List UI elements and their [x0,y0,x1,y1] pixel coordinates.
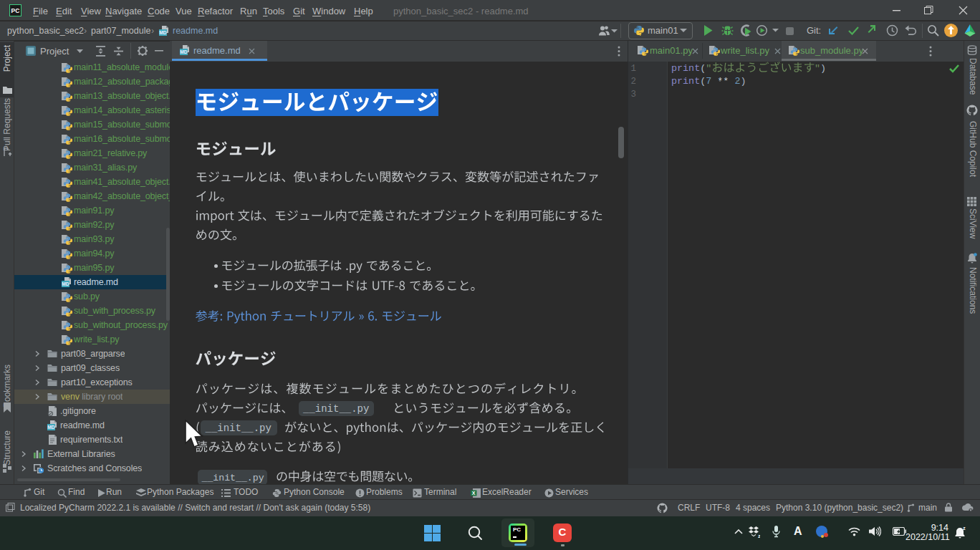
svg-text:z: z [758,533,760,538]
svg-text:MD: MD [62,281,69,286]
svg-text:MD: MD [47,425,54,430]
svg-text:MD: MD [180,49,187,54]
svg-text:PC: PC [11,7,20,14]
svg-text:MD: MD [159,30,166,35]
svg-text:z: z [963,526,966,531]
svg-text:X: X [472,491,476,496]
